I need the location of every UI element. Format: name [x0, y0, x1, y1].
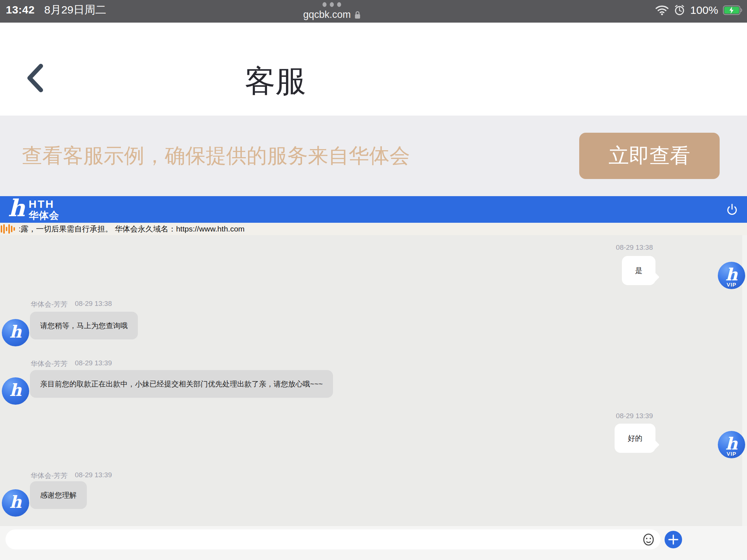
message-time: 08-29 13:39: [75, 471, 112, 481]
message-time: 08-29 13:39: [75, 359, 112, 369]
vip-badge: VIP: [718, 281, 745, 288]
avatar-h-icon: h: [725, 435, 738, 452]
message-time: 08-29 13:38: [75, 300, 112, 309]
alarm-icon: [674, 4, 685, 16]
agent-avatar: h: [2, 377, 29, 405]
brand-logo-h-icon: h: [8, 198, 25, 219]
clock-time: 13:42: [6, 4, 35, 16]
user-avatar: h VIP: [718, 262, 745, 289]
avatar-h-icon: h: [9, 323, 22, 340]
message-bubble: 感谢您理解: [30, 481, 87, 509]
bubble-tail: [649, 272, 659, 282]
message-group-right: 08-29 13:39 好的 h VIP: [0, 412, 747, 467]
battery-charging-icon: [723, 5, 743, 15]
add-button[interactable]: [665, 531, 682, 548]
announcement-text: :露，一切后果需自行承担。 华体会永久域名：https://www.hth.co…: [19, 224, 245, 234]
avatar-h-icon: h: [9, 494, 22, 510]
screen: 13:42 8月29日周二 gqcbk.com: [0, 0, 747, 560]
promo-banner-text: 查看客服示例，确保提供的服务来自华体会: [22, 142, 410, 170]
composer-bar: [0, 526, 747, 560]
sound-wave-icon: [1, 224, 15, 234]
agent-avatar: h: [2, 319, 29, 346]
message-group-left: 华体会-芳芳 08-29 13:38 h 请您稍等，马上为您查询哦: [0, 300, 747, 358]
message-input[interactable]: [16, 529, 634, 550]
message-group-left: 华体会-芳芳 08-29 13:39 h 感谢您理解: [0, 471, 747, 526]
agent-name: 华体会-芳芳: [31, 471, 67, 481]
avatar-h-icon: h: [9, 382, 22, 398]
message-bubble: 请您稍等，马上为您查询哦: [30, 312, 138, 339]
user-avatar: h VIP: [718, 431, 745, 458]
address-bar[interactable]: gqcbk.com: [303, 2, 361, 20]
message-input-pill: [5, 529, 661, 549]
emoji-button[interactable]: [642, 533, 655, 547]
vip-badge: VIP: [718, 451, 745, 457]
page-title: 客服: [245, 61, 306, 102]
status-date: 8月29日周二: [44, 3, 106, 18]
message-group-right: 08-29 13:38 是 h VIP: [0, 244, 747, 298]
brand-logo-text: HTH: [29, 198, 59, 210]
message-bubble: 是: [622, 256, 655, 285]
message-bubble: 好的: [615, 424, 655, 453]
promo-banner: 查看客服示例，确保提供的服务来自华体会 立即查看: [0, 116, 747, 196]
view-now-button[interactable]: 立即查看: [579, 133, 720, 179]
agent-name: 华体会-芳芳: [31, 300, 67, 309]
status-left: 13:42 8月29日周二: [6, 0, 106, 20]
agent-avatar: h: [2, 489, 29, 517]
message-time: 08-29 13:39: [616, 412, 653, 420]
page-header: 客服: [0, 23, 747, 116]
wifi-icon: [655, 5, 669, 15]
status-right: 100%: [655, 0, 743, 20]
battery-percent: 100%: [690, 4, 718, 16]
power-button[interactable]: [725, 203, 739, 217]
address-url: gqcbk.com: [303, 9, 351, 20]
status-bar: 13:42 8月29日周二 gqcbk.com: [0, 0, 747, 23]
back-button[interactable]: [26, 63, 44, 93]
brand-logo: h HTH 华体会: [8, 198, 59, 221]
tab-dots-icon: [323, 2, 341, 7]
announcement-bar: :露，一切后果需自行承担。 华体会永久域名：https://www.hth.co…: [0, 223, 747, 235]
bubble-tail: [649, 440, 659, 450]
agent-name: 华体会-芳芳: [31, 359, 67, 369]
brand-logo-cn: 华体会: [29, 210, 59, 221]
avatar-h-icon: h: [725, 266, 738, 283]
plus-icon: [668, 534, 679, 545]
chat-scroll-area[interactable]: 08-29 13:38 是 h VIP 华体会-芳芳 08-29 13:38 h…: [0, 235, 747, 526]
message-group-left: 华体会-芳芳 08-29 13:39 h 亲目前您的取款正在出款中，小妹已经提交…: [0, 359, 747, 417]
lock-icon: [354, 11, 361, 19]
brand-bar: h HTH 华体会: [0, 196, 747, 223]
message-bubble: 亲目前您的取款正在出款中，小妹已经提交相关部门优先处理出款了亲，请您放心哦~~~: [30, 370, 333, 398]
message-time: 08-29 13:38: [616, 244, 653, 252]
